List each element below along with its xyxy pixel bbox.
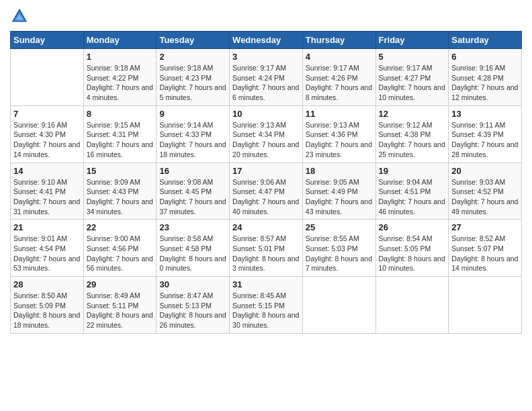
cell-info: Sunrise: 9:00 AMSunset: 4:56 PMDaylight:… (87, 234, 154, 273)
cell-info: Sunrise: 8:45 AMSunset: 5:15 PMDaylight:… (232, 291, 300, 330)
cell-info: Sunrise: 8:49 AMSunset: 5:11 PMDaylight:… (87, 291, 154, 330)
cell-day-number: 19 (379, 166, 446, 176)
cell-info: Sunrise: 8:55 AMSunset: 5:03 PMDaylight:… (306, 234, 373, 273)
calendar-cell: 5Sunrise: 9:17 AMSunset: 4:27 PMDaylight… (375, 49, 449, 106)
calendar-cell: 29Sunrise: 8:49 AMSunset: 5:11 PMDayligh… (83, 277, 157, 334)
cell-sunrise: Sunrise: 8:54 AM (379, 234, 433, 242)
cell-sunset: Sunset: 4:58 PM (159, 244, 212, 253)
cell-daylight: Daylight: 8 hours and 7 minutes. (306, 255, 372, 273)
cell-day-number: 30 (159, 279, 226, 289)
cell-daylight: Daylight: 7 hours and 56 minutes. (87, 255, 153, 273)
cell-info: Sunrise: 9:17 AMSunset: 4:24 PMDaylight:… (232, 63, 300, 103)
cell-sunset: Sunset: 4:22 PM (87, 74, 139, 82)
cell-info: Sunrise: 9:16 AMSunset: 4:28 PMDaylight:… (451, 63, 519, 103)
cell-sunrise: Sunrise: 8:58 AM (159, 234, 213, 242)
cell-info: Sunrise: 8:52 AMSunset: 5:07 PMDaylight:… (451, 234, 519, 273)
calendar-cell: 27Sunrise: 8:52 AMSunset: 5:07 PMDayligh… (449, 220, 522, 277)
cell-sunrise: Sunrise: 9:09 AM (87, 178, 140, 186)
cell-day-number: 4 (306, 52, 373, 62)
cell-sunset: Sunset: 4:47 PM (232, 187, 285, 195)
cell-daylight: Daylight: 8 hours and 18 minutes. (13, 311, 80, 329)
cell-sunset: Sunset: 4:27 PM (379, 74, 431, 82)
cell-info: Sunrise: 9:17 AMSunset: 4:27 PMDaylight:… (379, 63, 446, 103)
cell-sunrise: Sunrise: 9:18 AM (159, 64, 213, 72)
cell-day-number: 29 (87, 279, 154, 289)
cell-info: Sunrise: 9:18 AMSunset: 4:22 PMDaylight:… (87, 63, 154, 103)
cell-info: Sunrise: 9:06 AMSunset: 4:47 PMDaylight:… (232, 177, 300, 217)
calendar-week-row: 14Sunrise: 9:10 AMSunset: 4:41 PMDayligh… (11, 163, 522, 220)
cell-daylight: Daylight: 7 hours and 53 minutes. (13, 255, 80, 273)
cell-daylight: Daylight: 8 hours and 0 minutes. (159, 255, 226, 273)
cell-sunset: Sunset: 4:49 PM (306, 187, 358, 195)
cell-daylight: Daylight: 8 hours and 3 minutes. (232, 255, 299, 273)
cell-day-number: 8 (87, 109, 154, 119)
cell-day-number: 15 (87, 166, 154, 176)
cell-sunrise: Sunrise: 8:50 AM (13, 291, 67, 300)
calendar-week-row: 28Sunrise: 8:50 AMSunset: 5:09 PMDayligh… (11, 277, 522, 334)
cell-info: Sunrise: 9:17 AMSunset: 4:26 PMDaylight:… (306, 63, 373, 103)
cell-sunset: Sunset: 4:41 PM (13, 187, 66, 195)
cell-day-number: 3 (232, 52, 300, 62)
cell-info: Sunrise: 8:57 AMSunset: 5:01 PMDaylight:… (232, 234, 300, 273)
cell-sunrise: Sunrise: 9:17 AM (379, 64, 433, 72)
cell-day-number: 11 (306, 109, 373, 119)
cell-sunset: Sunset: 4:45 PM (159, 187, 212, 195)
cell-daylight: Daylight: 7 hours and 43 minutes. (306, 197, 372, 216)
cell-sunset: Sunset: 4:51 PM (379, 187, 431, 195)
cell-daylight: Daylight: 7 hours and 40 minutes. (232, 197, 299, 216)
cell-sunrise: Sunrise: 9:12 AM (379, 121, 433, 129)
cell-day-number: 2 (159, 52, 226, 62)
calendar-cell: 13Sunrise: 9:11 AMSunset: 4:39 PMDayligh… (449, 105, 522, 163)
cell-sunrise: Sunrise: 9:10 AM (13, 178, 67, 186)
calendar-cell: 8Sunrise: 9:15 AMSunset: 4:31 PMDaylight… (83, 105, 157, 163)
calendar-cell: 17Sunrise: 9:06 AMSunset: 4:47 PMDayligh… (230, 163, 303, 220)
cell-day-number: 27 (451, 222, 519, 232)
cell-daylight: Daylight: 8 hours and 14 minutes. (451, 255, 518, 273)
cell-sunset: Sunset: 4:39 PM (451, 130, 504, 138)
cell-info: Sunrise: 9:18 AMSunset: 4:23 PMDaylight:… (159, 63, 226, 103)
cell-info: Sunrise: 8:54 AMSunset: 5:05 PMDaylight:… (379, 234, 446, 273)
cell-day-number: 6 (451, 52, 519, 62)
cell-day-number: 18 (306, 166, 373, 176)
calendar-cell (302, 277, 375, 334)
cell-sunset: Sunset: 4:33 PM (159, 130, 212, 138)
calendar-cell: 1Sunrise: 9:18 AMSunset: 4:22 PMDaylight… (83, 49, 157, 106)
calendar-cell: 31Sunrise: 8:45 AMSunset: 5:15 PMDayligh… (230, 277, 303, 334)
cell-daylight: Daylight: 7 hours and 6 minutes. (232, 83, 299, 101)
cell-day-number: 24 (232, 222, 300, 232)
cell-sunset: Sunset: 5:15 PM (232, 302, 285, 310)
cell-sunrise: Sunrise: 8:52 AM (451, 234, 505, 242)
cell-sunrise: Sunrise: 8:55 AM (306, 234, 359, 242)
cell-daylight: Daylight: 7 hours and 4 minutes. (87, 83, 153, 101)
cell-daylight: Daylight: 7 hours and 18 minutes. (159, 140, 226, 158)
cell-daylight: Daylight: 7 hours and 46 minutes. (379, 197, 445, 216)
cell-sunrise: Sunrise: 9:08 AM (159, 178, 213, 186)
cell-info: Sunrise: 9:12 AMSunset: 4:38 PMDaylight:… (379, 120, 446, 160)
cell-sunset: Sunset: 4:31 PM (87, 130, 139, 138)
cell-sunrise: Sunrise: 9:06 AM (232, 178, 286, 186)
cell-sunset: Sunset: 4:43 PM (87, 187, 139, 195)
cell-day-number: 26 (379, 222, 446, 232)
weekday-header-friday: Friday (375, 32, 449, 49)
cell-daylight: Daylight: 8 hours and 30 minutes. (232, 311, 299, 329)
cell-daylight: Daylight: 7 hours and 37 minutes. (159, 197, 226, 216)
calendar-cell: 18Sunrise: 9:05 AMSunset: 4:49 PMDayligh… (302, 163, 375, 220)
cell-info: Sunrise: 9:08 AMSunset: 4:45 PMDaylight:… (159, 177, 226, 217)
calendar-cell: 6Sunrise: 9:16 AMSunset: 4:28 PMDaylight… (449, 49, 522, 106)
cell-sunset: Sunset: 4:54 PM (13, 244, 66, 253)
weekday-header-tuesday: Tuesday (157, 32, 230, 49)
cell-day-number: 31 (232, 279, 300, 289)
cell-day-number: 9 (159, 109, 226, 119)
calendar-cell: 7Sunrise: 9:16 AMSunset: 4:30 PMDaylight… (11, 105, 84, 163)
cell-info: Sunrise: 9:05 AMSunset: 4:49 PMDaylight:… (306, 177, 373, 217)
cell-daylight: Daylight: 7 hours and 28 minutes. (451, 140, 518, 158)
cell-sunrise: Sunrise: 9:17 AM (232, 64, 286, 72)
page: SundayMondayTuesdayWednesdayThursdayFrid… (0, 0, 532, 411)
cell-daylight: Daylight: 8 hours and 26 minutes. (159, 311, 226, 329)
cell-sunset: Sunset: 5:01 PM (232, 244, 285, 253)
cell-info: Sunrise: 9:15 AMSunset: 4:31 PMDaylight:… (87, 120, 154, 160)
calendar-cell: 21Sunrise: 9:01 AMSunset: 4:54 PMDayligh… (11, 220, 84, 277)
cell-sunrise: Sunrise: 8:49 AM (87, 291, 140, 300)
calendar-cell: 12Sunrise: 9:12 AMSunset: 4:38 PMDayligh… (375, 105, 449, 163)
cell-sunrise: Sunrise: 9:16 AM (451, 64, 505, 72)
